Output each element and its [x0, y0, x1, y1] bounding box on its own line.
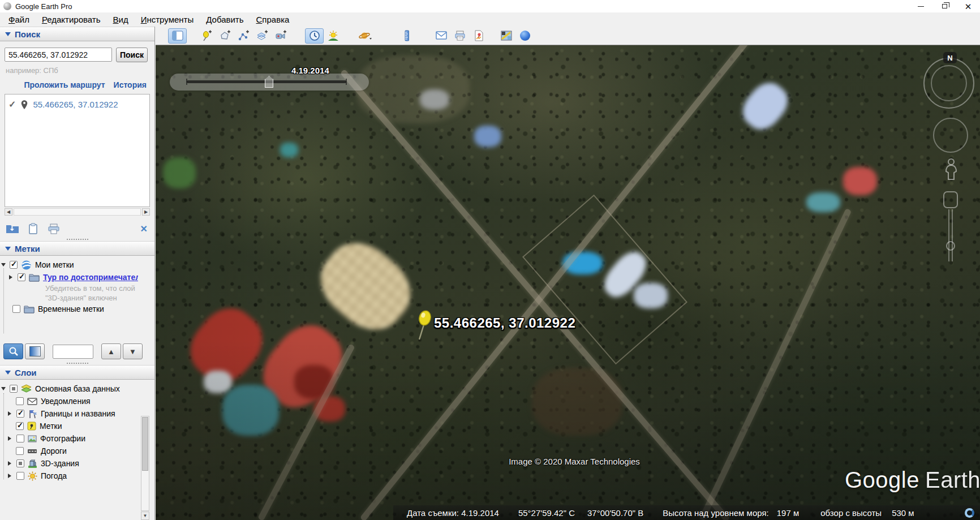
collapse-triangle-icon[interactable] — [5, 247, 11, 251]
planets-button[interactable] — [356, 28, 375, 44]
look-joystick[interactable] — [933, 118, 968, 153]
layer-3d-buildings[interactable]: 3D-здания — [0, 457, 154, 470]
layer-label[interactable]: 3D-здания — [41, 459, 79, 468]
get-directions-link[interactable]: Проложить маршрут — [24, 80, 105, 89]
ruler-button[interactable] — [397, 28, 416, 44]
search-input[interactable] — [5, 48, 112, 62]
clipboard-icon[interactable] — [28, 223, 38, 234]
temp-places-label[interactable]: Временные метки — [38, 304, 104, 313]
panel-drag-handle[interactable] — [67, 363, 88, 364]
search-result-label[interactable]: 55.466265, 37.012922 — [33, 100, 118, 109]
layer-photos[interactable]: Фотографии — [0, 432, 154, 445]
menu-add[interactable]: Добавить — [200, 13, 250, 26]
my-places-label[interactable]: Мои метки — [35, 260, 74, 269]
tour-link[interactable]: Тур по достопримечательно — [43, 273, 138, 282]
layer-label[interactable]: Погода — [41, 471, 67, 480]
caret-down-icon[interactable] — [1, 263, 6, 267]
close-button[interactable]: ✕ — [956, 0, 980, 12]
placemark-pin[interactable] — [415, 310, 434, 344]
tree-item-tour[interactable]: Тур по достопримечательно — [0, 271, 154, 283]
tree-item-my-places[interactable]: Мои метки — [0, 259, 154, 271]
layer-label[interactable]: Метки — [40, 422, 62, 431]
scroll-left-icon[interactable]: ◀ — [5, 208, 12, 216]
compass-control[interactable]: N — [923, 58, 974, 109]
menu-file[interactable]: Файл — [2, 13, 36, 26]
sidebar-toggle-button[interactable] — [168, 28, 187, 44]
compass-north-badge[interactable]: N — [943, 52, 957, 63]
layer-checkbox[interactable] — [16, 397, 24, 405]
print-button[interactable] — [450, 28, 469, 44]
earth-sphere-button[interactable] — [515, 28, 534, 44]
menu-edit[interactable]: Редактировать — [36, 13, 107, 26]
temp-places-checkbox[interactable] — [12, 305, 20, 313]
scrollbar-thumb[interactable] — [142, 417, 148, 471]
layers-panel-header[interactable]: Слои — [0, 365, 154, 380]
layer-borders[interactable]: Границы и названия — [0, 407, 154, 420]
zoom-in-handle[interactable] — [943, 191, 958, 208]
layers-scrollbar[interactable] — [141, 416, 149, 511]
menu-view[interactable]: Вид — [107, 13, 135, 26]
scroll-down-icon[interactable]: ▼ — [141, 512, 149, 520]
layer-roads[interactable]: Дороги — [0, 445, 154, 457]
menu-help[interactable]: Справка — [250, 13, 296, 26]
restore-button[interactable] — [932, 0, 956, 12]
results-horizontal-scrollbar[interactable]: ◀ ▶ — [5, 208, 150, 216]
print-small-icon[interactable] — [48, 224, 60, 234]
layer-checkbox[interactable] — [16, 422, 24, 430]
transparency-button[interactable] — [25, 343, 45, 359]
add-polygon-button[interactable] — [216, 28, 234, 44]
caret-down-icon[interactable] — [1, 387, 6, 390]
historical-imagery-button[interactable] — [305, 28, 324, 44]
layer-placemarks[interactable]: Метки — [0, 420, 154, 432]
layer-checkbox[interactable] — [16, 472, 24, 480]
layer-label[interactable]: Уведомления — [41, 397, 91, 406]
minimize-button[interactable] — [909, 0, 932, 12]
sunlight-button[interactable] — [324, 28, 342, 44]
time-slider-handle[interactable] — [265, 76, 273, 88]
collapse-triangle-icon[interactable] — [5, 371, 11, 375]
layer-notifications[interactable]: Уведомления — [0, 395, 154, 407]
find-places-button[interactable] — [3, 343, 23, 359]
layer-checkbox[interactable] — [16, 459, 24, 467]
panel-drag-handle[interactable] — [67, 239, 88, 240]
scroll-track[interactable] — [14, 208, 141, 216]
add-path-button[interactable] — [234, 28, 253, 44]
add-placemark-button[interactable] — [197, 28, 216, 44]
layer-label[interactable]: Дороги — [41, 446, 67, 455]
search-result-item[interactable]: ✓ 55.466265, 37.012922 — [8, 99, 146, 110]
caret-right-icon[interactable] — [8, 474, 13, 478]
prev-result-button[interactable]: ▲ — [101, 343, 121, 359]
layer-root[interactable]: Основная база данных — [0, 383, 154, 395]
street-view-pegman[interactable] — [943, 157, 959, 189]
close-search-icon[interactable]: ✕ — [140, 224, 148, 234]
caret-right-icon[interactable] — [8, 436, 13, 441]
caret-right-icon[interactable] — [8, 461, 13, 466]
collapse-triangle-icon[interactable] — [5, 32, 11, 36]
search-panel-header[interactable]: Поиск — [0, 27, 154, 41]
layer-checkbox[interactable] — [16, 410, 24, 418]
tree-item-temp-places[interactable]: Временные метки — [0, 303, 154, 315]
layer-label[interactable]: Границы и названия — [41, 409, 115, 418]
zoom-slider[interactable] — [943, 191, 958, 273]
layer-root-label[interactable]: Основная база данных — [35, 384, 120, 393]
time-slider[interactable] — [170, 74, 369, 91]
layer-checkbox[interactable] — [16, 447, 24, 455]
add-overlay-button[interactable] — [253, 28, 272, 44]
layer-root-checkbox[interactable] — [10, 385, 18, 393]
email-button[interactable] — [432, 28, 450, 44]
menu-tools[interactable]: Инструменты — [135, 13, 200, 26]
places-filter-input[interactable] — [53, 345, 93, 359]
import-folder-icon[interactable] — [6, 224, 19, 234]
caret-right-icon[interactable] — [9, 275, 14, 280]
view-in-maps-button[interactable] — [497, 28, 515, 44]
history-link[interactable]: История — [114, 80, 147, 89]
next-result-button[interactable]: ▼ — [123, 343, 143, 359]
map-viewport[interactable]: 4.19.2014 55.466265, 37.012922 Image © 2… — [156, 45, 980, 520]
save-image-button[interactable] — [469, 28, 488, 44]
caret-right-icon[interactable] — [8, 411, 13, 416]
places-panel-header[interactable]: Метки — [0, 241, 154, 256]
search-button[interactable]: Поиск — [116, 48, 148, 62]
my-places-checkbox[interactable] — [10, 261, 18, 269]
zoom-track[interactable] — [948, 209, 953, 261]
layer-weather[interactable]: Погода — [0, 470, 154, 482]
